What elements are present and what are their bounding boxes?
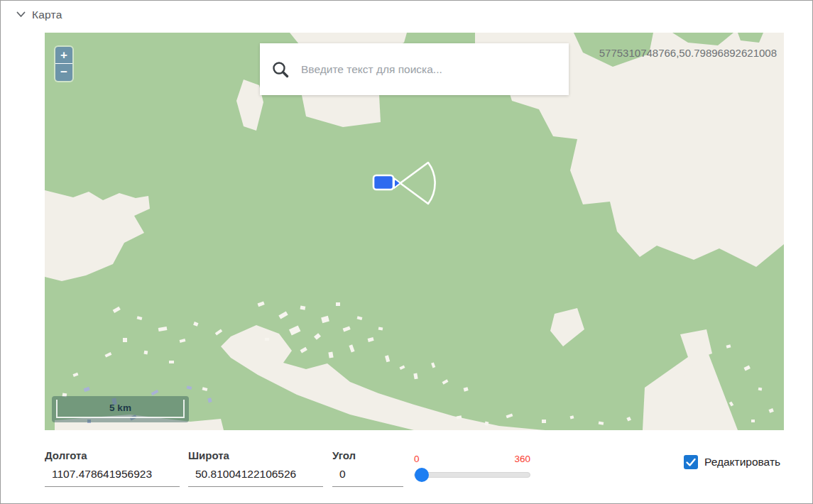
edit-checkbox-label[interactable]: Редактировать <box>704 456 780 469</box>
angle-slider-track[interactable] <box>414 472 530 478</box>
map-canvas[interactable]: + − 5775310748766,50.79896892621008 5 km <box>45 33 784 430</box>
latitude-input[interactable] <box>188 466 323 487</box>
scale-bar: 5 km <box>52 396 189 422</box>
angle-input[interactable] <box>332 466 403 487</box>
search-icon <box>271 60 290 79</box>
longitude-label: Долгота <box>45 449 87 461</box>
chevron-down-icon[interactable] <box>16 11 26 18</box>
panel-header: Карта <box>1 1 812 29</box>
slider-max-label: 360 <box>514 454 530 464</box>
search-input[interactable] <box>301 63 560 76</box>
panel-title: Карта <box>32 9 62 21</box>
latitude-label: Широта <box>188 449 229 461</box>
map-search-box <box>260 43 569 95</box>
angle-slider-labels: 0 360 <box>414 454 530 464</box>
slider-min-label: 0 <box>414 454 420 464</box>
zoom-in-button[interactable]: + <box>55 47 72 64</box>
cursor-coordinates: 5775310748766,50.79896892621008 <box>599 47 777 59</box>
map-panel: { "header": { "title": "Карта", "collaps… <box>0 0 813 504</box>
zoom-out-button[interactable]: − <box>55 64 72 81</box>
angle-label: Угол <box>332 449 356 461</box>
edit-checkbox[interactable] <box>684 455 698 469</box>
scale-bar-label: 5 km <box>52 402 189 413</box>
angle-slider-thumb[interactable] <box>415 468 429 482</box>
zoom-control: + − <box>54 45 74 82</box>
longitude-input[interactable] <box>45 466 180 487</box>
checkmark-icon <box>684 455 698 469</box>
